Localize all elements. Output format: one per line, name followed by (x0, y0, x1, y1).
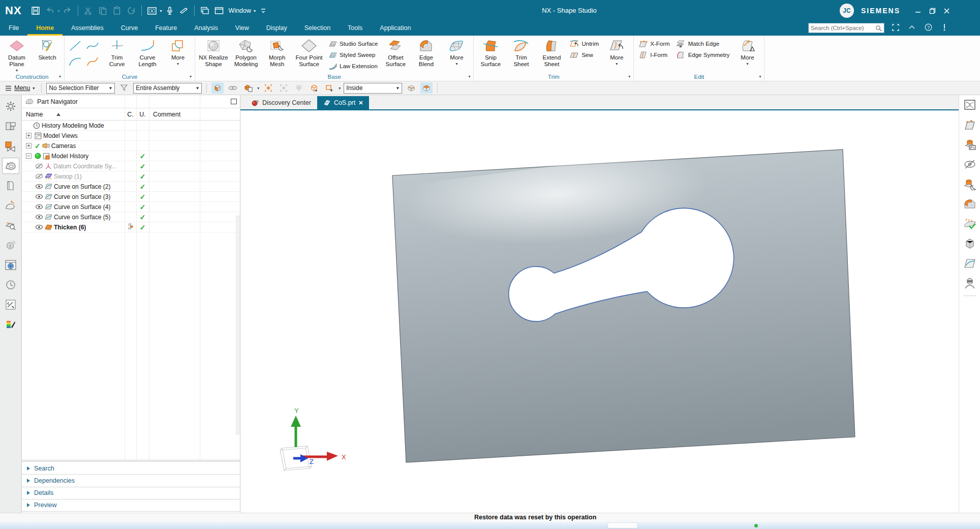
screenshot-caret-icon[interactable]: ▾ (160, 9, 162, 13)
eye-slash-icon[interactable] (35, 163, 43, 169)
tab-assemblies[interactable]: Assemblies (63, 21, 112, 36)
curve-length-button[interactable]: Curve Length (133, 37, 162, 68)
synchronous-check-icon[interactable] (962, 216, 978, 231)
panel-splitter[interactable] (22, 460, 240, 462)
column-name[interactable]: Name (22, 111, 43, 118)
trim-curve-button[interactable]: Trim Curve (102, 37, 132, 68)
alerts-icon[interactable] (939, 23, 950, 33)
match-edge-button[interactable]: Match Edge (673, 38, 732, 49)
snap-point-icon[interactable] (262, 82, 274, 94)
redo-icon[interactable] (61, 4, 74, 17)
selection-scope-combo[interactable]: Entire Assembly▼ (133, 83, 202, 94)
tab-curve[interactable]: Curve (112, 21, 146, 36)
expand-icon[interactable]: + (26, 133, 32, 138)
tree-row-cameras[interactable]: + Cameras (22, 141, 240, 151)
snip-surface-button[interactable]: Snip Surface (476, 37, 505, 68)
info-icon[interactable]: i (2, 237, 19, 253)
tree-row-curve-on-surface-3[interactable]: Curve on Surface (3) (22, 192, 240, 202)
tab-application[interactable]: Application (371, 21, 419, 36)
edit-feature-icon[interactable] (962, 177, 978, 192)
trim-more-button[interactable]: More ▾ (602, 37, 631, 66)
tree-row-swoop[interactable]: Swoop (1) (22, 171, 240, 182)
reuse-library-icon[interactable] (2, 178, 19, 194)
section-dependencies[interactable]: Dependencies (22, 475, 240, 487)
line-curve-button[interactable] (67, 38, 84, 53)
extend-sheet-button[interactable]: Extend Sheet (537, 37, 566, 68)
untrim-button[interactable]: Untrim (567, 38, 601, 49)
eye-icon[interactable] (35, 193, 43, 200)
fit-curve-button[interactable] (84, 53, 101, 69)
edit-more-button[interactable]: More ▾ (732, 37, 762, 66)
tab-view[interactable]: View (227, 21, 258, 36)
tree-row-curve-on-surface-2[interactable]: Curve on Surface (2) (22, 182, 240, 192)
trim-sheet-button[interactable]: Trim Sheet (506, 37, 536, 68)
base-more-button[interactable]: More ▾ (442, 37, 471, 66)
select-feature-icon[interactable] (242, 82, 254, 94)
four-point-surface-button[interactable]: Four Point Surface (293, 37, 325, 68)
undo-icon[interactable] (43, 4, 56, 17)
paste-icon[interactable] (110, 4, 124, 17)
column-c[interactable]: C. (125, 111, 136, 118)
filter-icon[interactable] (118, 82, 130, 94)
tree-row-curve-on-surface-4[interactable]: Curve on Surface (4) (22, 202, 240, 212)
tree-scrollbar[interactable] (236, 216, 239, 434)
eye-icon[interactable] (35, 203, 43, 210)
tree-row-model-views[interactable]: + Model Views (22, 131, 240, 141)
arc-curve-button[interactable] (67, 53, 84, 69)
law-extension-button[interactable]: Law Extension (326, 61, 380, 71)
close-tab-icon[interactable]: ✕ (358, 100, 363, 106)
x-form-button[interactable]: X-Form (636, 38, 671, 49)
collapse-icon[interactable]: − (26, 153, 32, 159)
selection-filter-combo[interactable]: No Selection Filter▼ (46, 83, 115, 94)
hide-icon[interactable] (962, 157, 978, 172)
cascade-windows-icon[interactable] (198, 4, 211, 17)
roles-gear-icon[interactable] (2, 98, 19, 114)
constraint-navigator-icon[interactable] (2, 138, 19, 154)
window-menu[interactable]: Window ▾ (229, 7, 256, 14)
polygon-modeling-button[interactable]: Polygon Modeling (231, 37, 261, 68)
curve-on-surface-tool-icon[interactable] (962, 256, 978, 271)
sew-button[interactable]: Sew (567, 49, 601, 60)
screenshot-icon[interactable] (145, 4, 159, 17)
section-preview[interactable]: Preview (22, 499, 240, 512)
tab-selection[interactable]: Selection (296, 21, 339, 36)
datum-plane-button[interactable]: Datum Plane ▾ (2, 37, 32, 73)
trim-group-label[interactable]: Trim▾ (476, 72, 631, 81)
save-icon[interactable] (29, 4, 42, 17)
tab-display[interactable]: Display (258, 21, 296, 36)
snap-box-icon[interactable] (308, 82, 320, 94)
window-icon[interactable] (212, 4, 226, 17)
snap-face-icon[interactable] (323, 82, 335, 94)
touch-mode-icon[interactable] (177, 4, 191, 17)
curve-more-button[interactable]: More ▾ (163, 37, 193, 66)
snap-end-icon[interactable] (278, 82, 290, 94)
shell-select-icon[interactable] (405, 82, 417, 94)
tab-feature[interactable]: Feature (146, 21, 186, 36)
web-browser-icon[interactable] (2, 257, 19, 273)
vr-person-icon[interactable] (962, 276, 978, 291)
eye-icon[interactable] (35, 183, 43, 190)
assembly-navigator-icon[interactable] (2, 118, 19, 134)
styled-sweep-button[interactable]: Styled Sweep (326, 49, 380, 60)
highlight-selection-icon[interactable] (211, 82, 224, 94)
offset-surface-button[interactable]: Offset Surface (381, 37, 410, 68)
studio-surface-button[interactable]: Studio Surface (326, 38, 380, 49)
snap-mid-icon[interactable] (293, 82, 305, 94)
edge-blend-button[interactable]: Edge Blend (411, 37, 441, 68)
eye-slash-icon[interactable] (35, 173, 43, 180)
section-search[interactable]: Search (22, 462, 240, 475)
restore-button[interactable] (927, 5, 938, 16)
sheet-body[interactable] (392, 135, 855, 462)
dropdown-caret-icon[interactable]: ▾ (257, 86, 259, 91)
tab-file[interactable]: File (0, 21, 27, 36)
studio-spline-button[interactable] (84, 38, 101, 53)
expression-icon[interactable]: P= (962, 137, 978, 152)
tree-row-history-mode[interactable]: History Modeling Mode (22, 121, 240, 131)
qat-customize-icon[interactable] (257, 4, 270, 17)
model-canvas[interactable]: Y X Z (240, 110, 959, 512)
panel-detach-icon[interactable] (231, 99, 237, 104)
column-u[interactable]: U. (136, 111, 149, 118)
menu-button[interactable]: Menu ▾ (3, 84, 37, 92)
expand-icon[interactable]: + (26, 143, 32, 149)
fullscreen-icon[interactable] (891, 24, 901, 33)
